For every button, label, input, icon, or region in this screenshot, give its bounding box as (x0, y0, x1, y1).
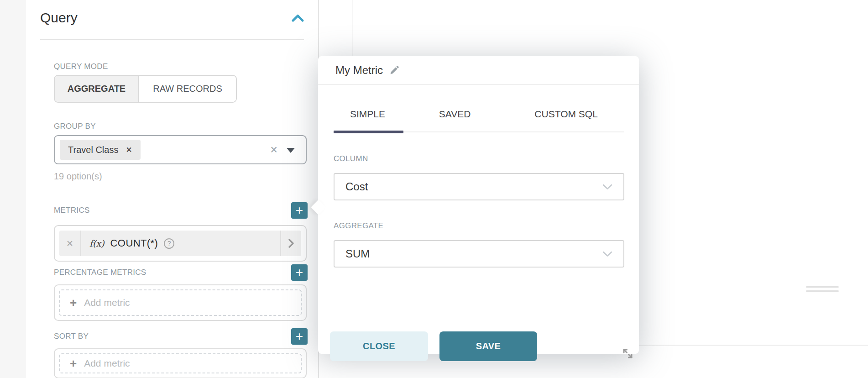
drag-handle-bar (806, 286, 839, 288)
add-sort-plus-button[interactable]: + (291, 328, 308, 345)
add-metric-placeholder[interactable]: + Add metric (59, 289, 302, 316)
help-icon[interactable]: ? (164, 238, 174, 249)
group-by-tag-label: Travel Class (68, 145, 118, 155)
query-mode-segmented-control: AGGREGATE RAW RECORDS (54, 75, 237, 103)
sort-by-dropzone: + Add metric (54, 348, 307, 378)
plus-icon: + (70, 297, 77, 309)
page-title: Query (40, 10, 78, 26)
drag-handle-bar (806, 290, 839, 292)
sort-by-label: SORT BY (54, 332, 89, 341)
tab-simple[interactable]: SIMPLE (334, 102, 402, 131)
active-tab-indicator (334, 131, 403, 133)
metric-tabs: SIMPLE SAVED CUSTOM SQL (334, 102, 624, 132)
add-percentage-metric-plus-button[interactable]: + (291, 264, 308, 281)
chevron-right-icon[interactable] (280, 231, 301, 256)
metric-popover: My Metric SIMPLE SAVED CUSTOM SQL COLUMN… (318, 56, 639, 354)
popover-header: My Metric (318, 56, 639, 85)
sort-by-section: SORT BY + + Add metric (54, 328, 308, 378)
tag-remove-icon[interactable]: ✕ (125, 145, 132, 155)
metric-box: ✕ f(x) COUNT(*) ? (54, 225, 307, 262)
metrics-label: METRICS (54, 206, 90, 215)
chevron-up-icon[interactable] (291, 14, 304, 22)
pencil-edit-icon[interactable] (389, 65, 400, 76)
caret-down-icon[interactable] (287, 148, 295, 153)
group-by-label: GROUP BY (54, 122, 308, 131)
query-mode-label: QUERY MODE (54, 63, 308, 71)
group-by-section: GROUP BY Travel Class ✕ × 19 option(s) (54, 122, 308, 182)
metric-title: My Metric (335, 64, 383, 77)
aggregate-button[interactable]: AGGREGATE (55, 76, 139, 102)
percentage-metrics-section: PERCENTAGE METRICS + + Add metric (54, 264, 308, 321)
percentage-metric-dropzone: + Add metric (54, 284, 307, 321)
save-button[interactable]: SAVE (439, 331, 537, 361)
metric-pill[interactable]: ✕ f(x) COUNT(*) ? (59, 231, 301, 256)
column-select-value: Cost (345, 180, 368, 193)
add-metric-plus-button[interactable]: + (291, 202, 308, 219)
aggregate-label: AGGREGATE (334, 221, 624, 231)
add-sort-placeholder[interactable]: + Add metric (59, 353, 302, 373)
chevron-down-icon (602, 184, 612, 190)
metrics-section: METRICS + ✕ f(x) COUNT(*) ? (54, 202, 308, 262)
query-section-header[interactable]: Query (40, 10, 304, 26)
add-metric-placeholder-text: Add metric (84, 297, 130, 308)
group-by-select[interactable]: Travel Class ✕ × (54, 135, 307, 164)
tab-saved[interactable]: SAVED (402, 102, 508, 131)
resize-diagonal-icon[interactable] (622, 347, 634, 360)
function-badge: f(x) (89, 238, 105, 248)
chevron-down-icon (602, 251, 612, 257)
add-sort-placeholder-text: Add metric (84, 358, 130, 369)
column-label: COLUMN (334, 154, 624, 163)
percentage-metrics-label: PERCENTAGE METRICS (54, 268, 146, 277)
tab-custom-sql[interactable]: CUSTOM SQL (508, 102, 624, 131)
group-by-tag[interactable]: Travel Class ✕ (60, 140, 141, 160)
aggregate-select[interactable]: SUM (334, 240, 624, 268)
query-control-panel: Query QUERY MODE AGGREGATE RAW RECORDS G… (26, 0, 319, 378)
raw-records-button[interactable]: RAW RECORDS (139, 76, 236, 102)
background-guide-line (352, 0, 353, 56)
metric-name: COUNT(*) (110, 237, 158, 249)
popover-footer: CLOSE SAVE (330, 331, 537, 361)
left-gray-rail (0, 0, 26, 378)
query-mode-section: QUERY MODE AGGREGATE RAW RECORDS (54, 63, 308, 103)
column-select[interactable]: Cost (334, 173, 624, 200)
clear-icon[interactable]: × (270, 143, 277, 157)
metric-remove-icon[interactable]: ✕ (59, 231, 81, 256)
options-count-hint: 19 option(s) (54, 171, 308, 182)
drag-handle[interactable] (806, 286, 839, 292)
close-button[interactable]: CLOSE (330, 331, 428, 361)
plus-icon: + (70, 357, 77, 369)
background-horizontal-divider (638, 345, 868, 346)
aggregate-select-value: SUM (345, 247, 370, 260)
